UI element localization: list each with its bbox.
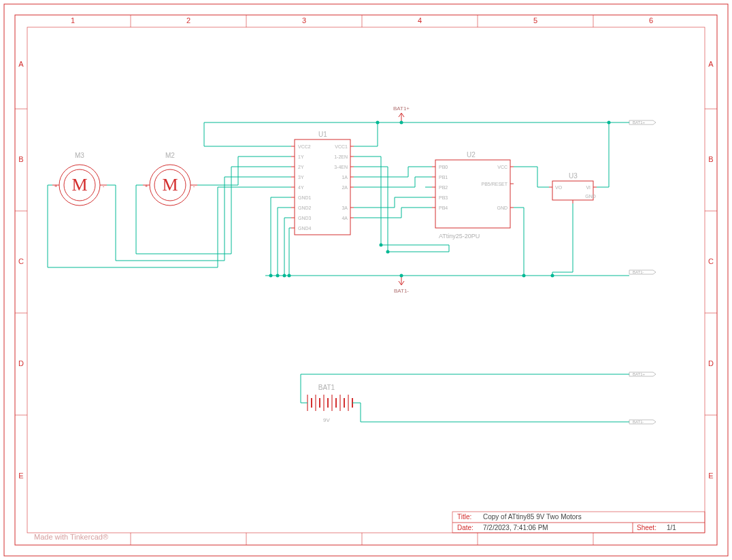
svg-point-137	[400, 121, 403, 125]
component-motor-m3: M M3 + -	[52, 152, 107, 205]
outer-border	[4, 4, 728, 556]
svg-text:BAT1-: BAT1-	[394, 288, 409, 294]
svg-text:BAT1-: BAT1-	[633, 270, 644, 274]
watermark: Made with Tinkercad®	[34, 533, 108, 541]
svg-text:-: -	[193, 183, 195, 189]
svg-text:2: 2	[186, 16, 190, 24]
svg-text:GND3: GND3	[298, 216, 312, 220]
netport-bat1plus-bat: BAT1+	[629, 372, 656, 376]
svg-text:+: +	[54, 183, 58, 189]
svg-text:BAT1-: BAT1-	[633, 420, 644, 424]
svg-text:PB1: PB1	[439, 175, 448, 180]
svg-text:M: M	[162, 175, 178, 195]
svg-text:3A: 3A	[342, 205, 348, 210]
svg-text:GND: GND	[585, 194, 596, 199]
grid-columns: 1 2 3 4 5 6	[71, 15, 653, 545]
svg-text:1Y: 1Y	[298, 154, 304, 159]
svg-text:GND: GND	[497, 205, 508, 210]
svg-text:1/1: 1/1	[667, 524, 676, 531]
svg-text:3-4EN: 3-4EN	[334, 165, 348, 169]
svg-text:C: C	[18, 257, 24, 265]
svg-text:+: +	[145, 183, 148, 189]
svg-text:U3: U3	[569, 172, 578, 180]
svg-text:GND1: GND1	[298, 195, 312, 200]
svg-text:7/2/2023, 7:41:06 PM: 7/2/2023, 7:41:06 PM	[483, 524, 548, 531]
svg-text:GND2: GND2	[298, 205, 312, 210]
svg-point-148	[386, 250, 390, 254]
svg-text:U1: U1	[318, 131, 327, 138]
svg-text:Date:: Date:	[457, 524, 473, 531]
svg-text:Title:: Title:	[457, 513, 471, 521]
component-bat1: BAT1 9V	[307, 384, 352, 423]
svg-text:B: B	[708, 155, 713, 163]
svg-text:VCC1: VCC1	[335, 144, 348, 149]
title-block: Title: Copy of ATtiny85 9V Two Motors Da…	[452, 512, 705, 533]
component-motor-m2: M M2 + -	[143, 152, 197, 205]
svg-text:U2: U2	[467, 151, 476, 159]
svg-text:PB0: PB0	[439, 165, 448, 169]
svg-text:VCC: VCC	[497, 165, 508, 169]
inner-border	[27, 27, 705, 533]
svg-text:PB5/RESET: PB5/RESET	[481, 182, 508, 186]
power-bat1-minus: BAT1-	[394, 276, 409, 294]
svg-text:2Y: 2Y	[298, 165, 304, 169]
svg-text:M2: M2	[165, 152, 175, 159]
svg-text:BAT1+: BAT1+	[393, 105, 410, 112]
svg-text:VI: VI	[586, 185, 590, 190]
svg-text:2A: 2A	[342, 185, 348, 190]
svg-text:BAT1+: BAT1+	[633, 372, 646, 376]
svg-point-138	[608, 121, 611, 125]
grid-border	[15, 15, 717, 545]
netport-bat1minus-mid: BAT1-	[629, 270, 656, 274]
svg-text:VCC2: VCC2	[298, 144, 311, 149]
svg-text:1-2EN: 1-2EN	[334, 154, 348, 159]
svg-point-145	[522, 274, 526, 278]
svg-text:4A: 4A	[342, 216, 348, 220]
netport-bat1plus-top: BAT1+	[629, 120, 656, 125]
svg-text:GND4: GND4	[298, 226, 312, 231]
svg-point-146	[551, 274, 554, 278]
svg-text:VO: VO	[555, 185, 563, 190]
svg-text:D: D	[18, 359, 24, 367]
svg-text:4: 4	[418, 16, 422, 24]
svg-text:3Y: 3Y	[298, 175, 304, 180]
svg-rect-84	[435, 160, 510, 228]
svg-text:C: C	[708, 257, 714, 265]
netport-bat1minus-bat: BAT1-	[629, 420, 656, 424]
svg-text:ATtiny25-20PU: ATtiny25-20PU	[439, 233, 480, 240]
svg-text:3: 3	[302, 16, 306, 24]
svg-text:6: 6	[649, 16, 653, 24]
svg-text:BAT1+: BAT1+	[633, 120, 646, 125]
svg-text:4Y: 4Y	[298, 185, 304, 190]
component-u3: U3 VO VI GND	[549, 172, 597, 203]
svg-point-139	[376, 121, 380, 125]
svg-text:B: B	[18, 155, 23, 163]
svg-text:A: A	[18, 60, 24, 68]
schematic-canvas: 1 2 3 4 5 6 AA BB CC DD EE M M3 + - M M2…	[0, 0, 732, 560]
svg-text:-: -	[103, 183, 105, 189]
component-u2: U2 ATtiny25-20PU PB0 PB1 PB2 PB3 PB4 VCC…	[432, 151, 514, 240]
svg-text:E: E	[18, 472, 23, 480]
svg-point-147	[380, 244, 383, 247]
svg-text:PB3: PB3	[439, 195, 448, 200]
svg-text:M3: M3	[75, 152, 84, 159]
svg-text:M: M	[71, 175, 87, 195]
svg-text:5: 5	[533, 16, 537, 24]
svg-text:1: 1	[71, 16, 75, 24]
power-bat1-plus: BAT1+	[393, 105, 410, 122]
component-u1: U1 VCC2 1Y 2Y 3Y 4Y GND1 GND2 GND3 GND4 …	[291, 131, 354, 235]
svg-text:Sheet:: Sheet:	[637, 524, 656, 531]
svg-text:A: A	[708, 60, 714, 68]
svg-text:PB2: PB2	[439, 185, 448, 190]
svg-text:9V: 9V	[323, 417, 330, 423]
svg-text:BAT1: BAT1	[318, 384, 335, 391]
svg-text:1A: 1A	[342, 175, 348, 180]
svg-text:Copy of ATtiny85 9V Two Motors: Copy of ATtiny85 9V Two Motors	[483, 513, 582, 521]
svg-text:D: D	[708, 359, 714, 367]
svg-text:E: E	[708, 472, 713, 480]
svg-text:PB4: PB4	[439, 205, 448, 210]
